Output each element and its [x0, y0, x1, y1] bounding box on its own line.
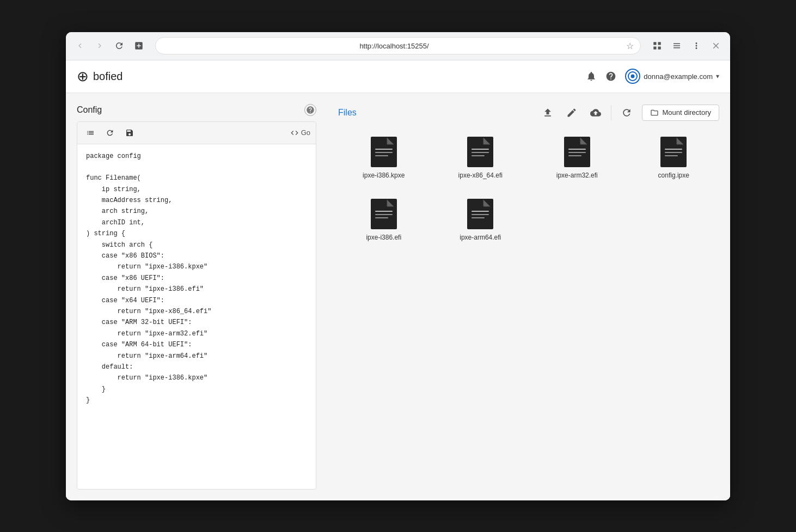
file-icon: [564, 137, 590, 167]
svg-rect-5: [472, 149, 489, 150]
svg-rect-2: [375, 152, 393, 153]
user-avatar: [625, 69, 640, 84]
editor-run-button[interactable]: Go: [290, 129, 310, 137]
file-name: ipxe-x86_64.efi: [458, 172, 503, 179]
notification-button[interactable]: [586, 71, 597, 82]
svg-rect-1: [375, 149, 393, 150]
editor-container: Go package config func Filename( ip stri…: [77, 121, 316, 490]
user-badge[interactable]: donna@example.com ▾: [625, 69, 719, 84]
svg-rect-9: [568, 149, 586, 150]
config-header: Config: [77, 104, 316, 116]
close-button[interactable]: [708, 38, 724, 53]
svg-rect-6: [472, 152, 489, 153]
editor-toolbar: Go: [77, 122, 316, 144]
file-item[interactable]: ipxe-i386.kpxe: [338, 132, 430, 184]
file-name: ipxe-arm64.efi: [460, 234, 501, 241]
browser-window: http://localhost:15255/ ☆ ⊕ bofied: [66, 32, 730, 500]
file-item[interactable]: ipxe-x86_64.efi: [435, 132, 526, 184]
app-logo: ⊕ bofied: [77, 68, 123, 85]
browser-right-icons: [650, 38, 724, 53]
files-grid: ipxe-i386.kpxe ipxe-x86_64.efi ipxe-arm3…: [338, 132, 719, 246]
config-help-button[interactable]: [304, 104, 316, 116]
file-icon: [467, 137, 493, 167]
app-header-right: donna@example.com ▾: [586, 69, 719, 84]
logo-icon: ⊕: [77, 68, 89, 85]
file-item[interactable]: ipxe-i386.efi: [338, 194, 430, 246]
forward-button[interactable]: [92, 38, 107, 53]
svg-rect-3: [375, 155, 388, 156]
menu-button[interactable]: [689, 38, 704, 53]
bookmark-icon[interactable]: ☆: [626, 41, 634, 51]
svg-rect-21: [472, 211, 489, 212]
app-content: ⊕ bofied donna@example.com ▾: [66, 60, 730, 500]
file-icon: [371, 137, 397, 167]
refresh-files-button[interactable]: [618, 104, 635, 121]
files-separator: [611, 105, 611, 120]
file-item[interactable]: ipxe-arm32.efi: [531, 132, 623, 184]
file-item[interactable]: ipxe-arm64.efi: [435, 194, 526, 246]
files-header: Files: [338, 104, 719, 121]
file-icon: [371, 199, 397, 229]
svg-rect-19: [375, 217, 388, 218]
mount-directory-button[interactable]: Mount directory: [642, 105, 719, 121]
config-panel: Config: [77, 104, 316, 490]
svg-rect-17: [375, 211, 393, 212]
user-email: donna@example.com: [644, 72, 713, 81]
user-dropdown-icon[interactable]: ▾: [716, 72, 719, 80]
files-title: Files: [338, 108, 357, 118]
svg-rect-13: [665, 149, 682, 150]
upload-button[interactable]: [539, 104, 556, 121]
editor-refresh-button[interactable]: [102, 125, 118, 140]
file-name: config.ipxe: [658, 172, 689, 179]
file-item[interactable]: config.ipxe: [628, 132, 720, 184]
file-icon: [660, 137, 687, 167]
editor-body[interactable]: package config func Filename( ip string,…: [77, 144, 316, 406]
browser-toolbar: http://localhost:15255/ ☆: [66, 32, 730, 60]
svg-rect-14: [665, 152, 682, 153]
url-text: http://localhost:15255/: [162, 42, 626, 50]
help-button[interactable]: [605, 71, 616, 82]
cloud-upload-button[interactable]: [587, 104, 604, 121]
mount-directory-label: Mount directory: [662, 108, 711, 117]
svg-rect-7: [472, 155, 485, 156]
editor-run-label: Go: [301, 129, 310, 137]
history-button[interactable]: [669, 38, 684, 53]
file-name: ipxe-arm32.efi: [556, 172, 598, 179]
main-layout: Config: [66, 93, 730, 500]
svg-rect-10: [568, 152, 586, 153]
svg-rect-11: [568, 155, 581, 156]
files-actions: Mount directory: [539, 104, 719, 121]
file-icon: [467, 199, 493, 229]
grid-view-button[interactable]: [650, 38, 665, 53]
address-bar[interactable]: http://localhost:15255/ ☆: [155, 37, 641, 54]
svg-rect-15: [665, 155, 678, 156]
config-title: Config: [77, 105, 102, 115]
svg-rect-23: [472, 217, 485, 218]
back-button[interactable]: [72, 38, 88, 53]
reload-button[interactable]: [112, 38, 127, 53]
svg-rect-18: [375, 214, 393, 215]
file-name: ipxe-i386.efi: [366, 234, 401, 241]
file-name: ipxe-i386.kpxe: [363, 172, 405, 179]
editor-save-button[interactable]: [122, 125, 137, 140]
editor-list-button[interactable]: [83, 125, 98, 140]
app-header: ⊕ bofied donna@example.com ▾: [66, 60, 730, 93]
app-name: bofied: [93, 70, 123, 83]
new-tab-button[interactable]: [131, 38, 146, 53]
edit-button[interactable]: [563, 104, 580, 121]
files-panel: Files: [338, 104, 719, 490]
svg-rect-22: [472, 214, 489, 215]
